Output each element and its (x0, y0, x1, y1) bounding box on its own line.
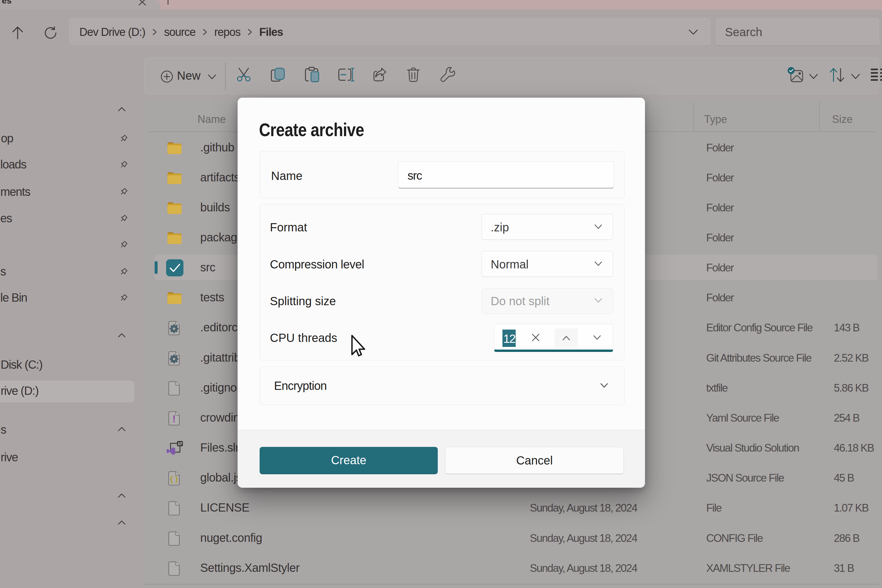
svg-text:!: ! (172, 413, 176, 424)
svg-text:{ }: { } (170, 474, 178, 483)
svg-text:17: 17 (178, 442, 182, 446)
